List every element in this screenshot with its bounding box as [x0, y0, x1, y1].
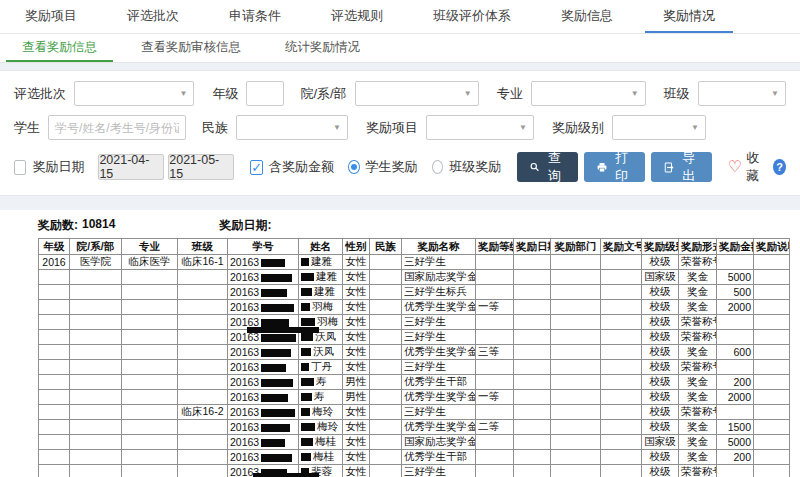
cell-major — [122, 315, 178, 330]
cell-sid: 20163 — [228, 360, 299, 375]
table-row[interactable]: 20163丁丹女性三好学生校级荣誉称号 — [39, 360, 790, 375]
tab-6[interactable]: 奖励情况 — [645, 0, 733, 33]
grade-label: 年级 — [212, 85, 238, 103]
student-award-label: 学生奖励 — [366, 158, 418, 176]
cell-level — [476, 255, 514, 270]
redacted-id — [261, 394, 288, 402]
cell-cls — [178, 450, 228, 465]
table-row[interactable]: 2016医学院临床医学临床16-120163建雅女性三好学生校级荣誉称号 — [39, 255, 790, 270]
column-header: 民族 — [370, 239, 402, 255]
cell-date — [514, 270, 551, 285]
level-select[interactable]: ▼ — [612, 115, 706, 140]
table-row[interactable]: 20163梅桂女性优秀学生干部校级奖金200 — [39, 450, 790, 465]
awards-table: 年级院/系/部专业班级学号姓名性别民族奖励名称奖励等级奖励日期奖励部门奖励文号奖… — [38, 238, 790, 477]
cell-ethnic — [370, 285, 402, 300]
include-amount-checkbox[interactable]: ✓ — [250, 160, 263, 175]
tab-4[interactable]: 班级评价体系 — [415, 0, 529, 33]
table-row[interactable]: 20163寿男性优秀学生干部校级奖金200 — [39, 375, 790, 390]
print-button[interactable]: 打印 — [584, 152, 645, 182]
table-row[interactable]: 20163梅玲女性优秀学生奖学金二等校级奖金1500 — [39, 420, 790, 435]
cell-amount — [717, 255, 754, 270]
table-row[interactable]: 20163寿男性优秀学生奖学金一等校级奖金2000 — [39, 390, 790, 405]
batch-label: 评选批次 — [14, 85, 66, 103]
cell-major — [122, 420, 178, 435]
cell-level — [476, 405, 514, 420]
favorite-button[interactable]: ♡ 收藏 — [728, 149, 763, 185]
column-header: 奖励形式 — [679, 239, 717, 255]
class-award-radio[interactable] — [432, 160, 444, 174]
cell-cls — [178, 390, 228, 405]
student-award-radio[interactable] — [348, 160, 360, 174]
table-row[interactable]: 临床16-220163梅玲女性三好学生校级荣誉称号 — [39, 405, 790, 420]
filter-row-1: 评选批次 ▼ 年级 院/系/部 ▼ 专业 ▼ 班级 ▼ — [14, 81, 786, 106]
tab-5[interactable]: 奖励信息 — [543, 0, 631, 33]
table-row[interactable]: 20163沃凤女性三好学生校级荣誉称号 — [39, 330, 790, 345]
student-search-input[interactable] — [48, 115, 186, 140]
cell-award: 三好学生 — [402, 405, 476, 420]
major-label: 专业 — [497, 85, 523, 103]
cell-college — [70, 300, 122, 315]
export-button[interactable]: 导出 — [651, 152, 712, 182]
redacted-surname — [301, 393, 312, 401]
cell-ethnic — [370, 375, 402, 390]
cell-cls — [178, 315, 228, 330]
batch-select[interactable]: ▼ — [74, 81, 194, 106]
divider-strip — [0, 63, 800, 70]
cell-level: 一等 — [476, 300, 514, 315]
cell-gender: 女性 — [343, 330, 370, 345]
cell-dept — [551, 435, 601, 450]
grade-input[interactable] — [246, 81, 284, 106]
cell-date — [514, 435, 551, 450]
cell-date — [514, 450, 551, 465]
print-button-label: 打印 — [612, 149, 632, 185]
query-button-label: 查询 — [544, 149, 564, 185]
cell-date — [514, 315, 551, 330]
cell-college — [70, 465, 122, 477]
cell-rank: 校级 — [642, 465, 679, 477]
cell-gender: 女性 — [343, 450, 370, 465]
table-row[interactable]: 20163裴蓉女性三好学生校级荣誉称号 — [39, 465, 790, 477]
cell-doc — [601, 255, 642, 270]
major-select[interactable]: ▼ — [531, 81, 646, 106]
help-icon[interactable]: ? — [773, 159, 786, 175]
table-row[interactable]: 20163羽梅女性三好学生校级荣誉称号 — [39, 315, 790, 330]
cell-form: 奖金 — [679, 285, 717, 300]
table-row[interactable]: 20163建雅女性国家励志奖学金国家级奖金5000 — [39, 270, 790, 285]
table-row[interactable]: 20163建雅女性三好学生标兵校级奖金500 — [39, 285, 790, 300]
subtab-0[interactable]: 查看奖励信息 — [6, 34, 113, 62]
query-button[interactable]: 查询 — [517, 152, 577, 182]
cell-doc — [601, 375, 642, 390]
cell-grade — [39, 330, 70, 345]
tab-2[interactable]: 申请条件 — [211, 0, 299, 33]
redacted-surname — [301, 333, 313, 341]
cell-college — [70, 450, 122, 465]
tab-3[interactable]: 评选规则 — [313, 0, 401, 33]
cell-gender: 女性 — [343, 435, 370, 450]
project-select[interactable]: ▼ — [426, 115, 534, 140]
table-row[interactable]: 20163梅桂女性国家励志奖学金国家级奖金5000 — [39, 435, 790, 450]
cell-doc — [601, 465, 642, 477]
cell-date — [514, 330, 551, 345]
subtab-1[interactable]: 查看奖励审核信息 — [125, 34, 257, 62]
include-amount-label: 含奖励金额 — [269, 158, 334, 176]
radio-dot-icon — [351, 164, 357, 170]
table-row[interactable]: 20163羽梅女性优秀学生奖学金一等校级奖金2000 — [39, 300, 790, 315]
table-row[interactable]: 20163沃凤女性优秀学生奖学金三等校级奖金600 — [39, 345, 790, 360]
class-select[interactable]: ▼ — [698, 81, 786, 106]
cell-form: 荣誉称号 — [679, 330, 717, 345]
dept-select[interactable]: ▼ — [355, 81, 479, 106]
award-date-checkbox[interactable] — [14, 160, 26, 175]
primary-tabbar: 奖励项目评选批次申请条件评选规则班级评价体系奖励信息奖励情况 — [0, 0, 800, 34]
cell-college — [70, 330, 122, 345]
date-to-input[interactable]: 2021-05-15 — [168, 154, 234, 180]
date-from-input[interactable]: 2021-04-15 — [98, 154, 164, 180]
cell-rank: 校级 — [642, 390, 679, 405]
tab-1[interactable]: 评选批次 — [109, 0, 197, 33]
cell-cls: 临床16-1 — [178, 255, 228, 270]
heart-icon: ♡ — [728, 159, 742, 175]
tab-0[interactable]: 奖励项目 — [7, 0, 95, 33]
cell-form: 奖金 — [679, 300, 717, 315]
subtab-2[interactable]: 统计奖励情况 — [269, 34, 376, 62]
cell-award: 优秀学生奖学金 — [402, 390, 476, 405]
ethnic-select[interactable]: ▼ — [236, 115, 348, 140]
